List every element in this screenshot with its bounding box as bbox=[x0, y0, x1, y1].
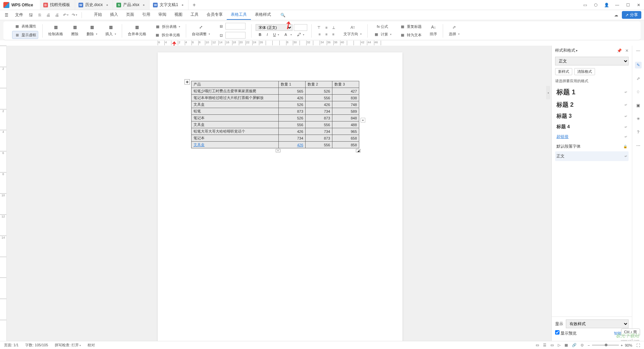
eraser-icon[interactable]: ▦ bbox=[72, 24, 78, 30]
draw-table-button[interactable]: 绘制表格 bbox=[47, 31, 65, 37]
data-table[interactable]: 产品数量 1数量 2数量 3铅笔少哦打工时费点击爱苹果家居服爬565526427… bbox=[191, 81, 359, 148]
align-right-icon[interactable]: ≡ bbox=[330, 32, 336, 37]
search-icon[interactable]: 🔍 bbox=[280, 12, 286, 18]
insert-icon[interactable]: ▦ bbox=[108, 24, 114, 30]
show-select[interactable]: 有效样式 bbox=[566, 319, 629, 328]
style-item[interactable]: 标题 2↵ bbox=[555, 99, 629, 111]
play-icon[interactable]: ▷ bbox=[558, 343, 560, 347]
style-item[interactable]: 超链接↵ bbox=[555, 132, 629, 142]
share-button[interactable]: ↗ 分享 bbox=[622, 11, 641, 19]
maximize-icon[interactable]: ☐ bbox=[623, 0, 633, 10]
save-icon[interactable]: 🖫 bbox=[28, 12, 34, 18]
more-icon[interactable]: ⋯ bbox=[635, 142, 642, 149]
file-menu[interactable]: 文件 bbox=[13, 11, 25, 18]
attach-icon[interactable]: 🔗 bbox=[572, 343, 577, 347]
menu-tab-审阅[interactable]: 审阅 bbox=[154, 10, 170, 20]
clear-format-button[interactable]: 清除格式 bbox=[574, 68, 595, 75]
split-cells-button[interactable]: ▦拆分单元格 bbox=[153, 31, 182, 39]
merge-icon[interactable]: ▦ bbox=[134, 24, 140, 30]
table-row[interactable]: 铅笔大哥大哥大哈哈嘚听党话个426734965 bbox=[192, 128, 359, 135]
col-width-input[interactable] bbox=[225, 32, 246, 39]
menu-tab-插入[interactable]: 插入 bbox=[106, 10, 122, 20]
fullscreen-icon[interactable]: ⛶ bbox=[636, 343, 640, 347]
to-text-button[interactable]: ▦转为文本 bbox=[398, 31, 423, 39]
tab-current-doc[interactable]: W文字文稿1● bbox=[150, 0, 189, 10]
document-canvas[interactable]: ✥ 产品数量 1数量 2数量 3铅笔少哦打工时费点击爱苹果家居服爬5655264… bbox=[7, 46, 551, 341]
zoom-value[interactable]: 90% bbox=[625, 343, 632, 347]
tab-close-icon[interactable]: ● bbox=[181, 3, 183, 7]
settings-icon[interactable]: ✳ bbox=[635, 115, 642, 122]
style-item[interactable]: 标题 1↵ bbox=[555, 86, 629, 99]
undo-icon[interactable]: ↶ bbox=[63, 12, 69, 18]
menu-tab-表格样式[interactable]: 表格样式 bbox=[251, 10, 275, 20]
table-row[interactable]: 文具盒526426748 bbox=[192, 101, 359, 108]
style-item[interactable]: 标题 3↵ bbox=[555, 111, 629, 122]
delete-icon[interactable]: ▦ bbox=[89, 24, 95, 30]
table-row[interactable]: 笔记本526873848 bbox=[192, 115, 359, 121]
auto-adjust-icon[interactable]: ⤢ bbox=[198, 24, 204, 30]
tab-history-doc[interactable]: W历史.docx● bbox=[75, 0, 113, 10]
read-view-icon[interactable]: ▭ bbox=[550, 343, 554, 347]
tab-template[interactable]: D找稻壳模板 bbox=[40, 0, 75, 10]
minimize-icon[interactable]: — bbox=[612, 0, 623, 10]
grid-view-icon[interactable]: ▦ bbox=[565, 343, 568, 347]
row-height-button[interactable]: ⊟ bbox=[216, 22, 247, 30]
text-direction-icon[interactable]: 𝐴↕ bbox=[350, 24, 356, 30]
align-top-icon[interactable]: ⊤ bbox=[316, 25, 322, 31]
style-item[interactable]: 标题 4↵ bbox=[555, 122, 629, 132]
menu-tab-视图[interactable]: 视图 bbox=[170, 10, 186, 20]
tab-product-xlsx[interactable]: S产品.xlsx● bbox=[113, 0, 150, 10]
ime-indicator[interactable]: CH ♪ 简 bbox=[621, 329, 640, 336]
align-left-icon[interactable]: ≡ bbox=[317, 32, 322, 37]
sort-icon[interactable]: A↓ bbox=[430, 24, 436, 30]
close-icon[interactable]: ✕ bbox=[633, 0, 644, 10]
help-icon[interactable]: ? bbox=[635, 129, 642, 136]
zoom-control[interactable]: − + 90% bbox=[588, 343, 632, 347]
merge-cells-button[interactable]: 合并单元格 bbox=[126, 31, 148, 37]
select-button[interactable]: 选择 bbox=[447, 31, 461, 37]
select-icon[interactable]: ⬀ bbox=[451, 24, 457, 30]
table-row[interactable]: 笔记本734873658 bbox=[192, 135, 359, 142]
calc-button[interactable]: ▦计算 bbox=[372, 31, 393, 38]
underline-button[interactable]: U bbox=[271, 32, 281, 37]
bold-button[interactable]: B bbox=[257, 32, 263, 37]
style-item[interactable]: 默认段落字体🔒 bbox=[555, 142, 629, 151]
window-compact-icon[interactable]: ▭ bbox=[580, 0, 590, 10]
export-icon[interactable]: ⎘ bbox=[37, 12, 43, 18]
cursor-tool-icon[interactable]: ⬀ bbox=[635, 75, 642, 82]
table-properties-button[interactable]: ▦表格属性 bbox=[12, 22, 38, 30]
style-item[interactable]: 正文↵ bbox=[555, 151, 629, 161]
table-float-plus-icon[interactable]: + bbox=[361, 118, 365, 122]
table-row[interactable]: 文具盒556556488 bbox=[192, 121, 359, 128]
font-size-input[interactable] bbox=[294, 24, 307, 31]
split-table-button[interactable]: ▦拆分表格 bbox=[153, 23, 182, 30]
italic-button[interactable]: I bbox=[265, 32, 269, 37]
insert-button[interactable]: 插入 bbox=[104, 31, 118, 37]
zoom-out-icon[interactable]: − bbox=[588, 343, 590, 347]
print-icon[interactable]: 🖨 bbox=[45, 12, 51, 18]
highlight-button[interactable]: 🖍 bbox=[296, 32, 306, 37]
package-icon[interactable]: ⬡ bbox=[590, 0, 601, 10]
hamburger-icon[interactable]: ☰ bbox=[3, 12, 10, 18]
sort-button[interactable]: 排序 bbox=[428, 31, 439, 37]
book-view-icon[interactable]: ▭ bbox=[536, 343, 539, 347]
table-row[interactable]: 笔记本单独哈过暗过大片机打票截个屏解放426556838 bbox=[192, 95, 359, 101]
avatar-icon[interactable]: 👤 bbox=[601, 0, 612, 10]
tab-close-icon[interactable]: ● bbox=[106, 3, 108, 7]
text-direction-button[interactable]: 文字方向 bbox=[342, 31, 363, 37]
align-bottom-icon[interactable]: ⊥ bbox=[330, 25, 337, 31]
table-move-handle-icon[interactable]: ✥ bbox=[184, 79, 190, 85]
close-panel-icon[interactable]: ✕ bbox=[625, 48, 629, 53]
pencil-icon[interactable]: ✎ bbox=[635, 62, 642, 68]
new-style-button[interactable]: 新样式 bbox=[555, 68, 572, 75]
delete-button[interactable]: 删除 bbox=[85, 31, 99, 37]
repeat-header-button[interactable]: ▦重复标题 bbox=[398, 23, 423, 30]
menu-tab-页面[interactable]: 页面 bbox=[122, 10, 138, 20]
status-page[interactable]: 页面: 1/1 bbox=[4, 343, 18, 348]
menu-tab-表格工具[interactable]: 表格工具 bbox=[227, 10, 251, 20]
row-height-input[interactable] bbox=[225, 23, 246, 30]
table-row[interactable]: 文具盒426556858 bbox=[192, 142, 359, 148]
image-tool-icon[interactable]: ▣ bbox=[635, 102, 642, 109]
font-color-button[interactable]: A bbox=[283, 32, 293, 37]
pin-icon[interactable]: 📌 bbox=[617, 48, 622, 53]
